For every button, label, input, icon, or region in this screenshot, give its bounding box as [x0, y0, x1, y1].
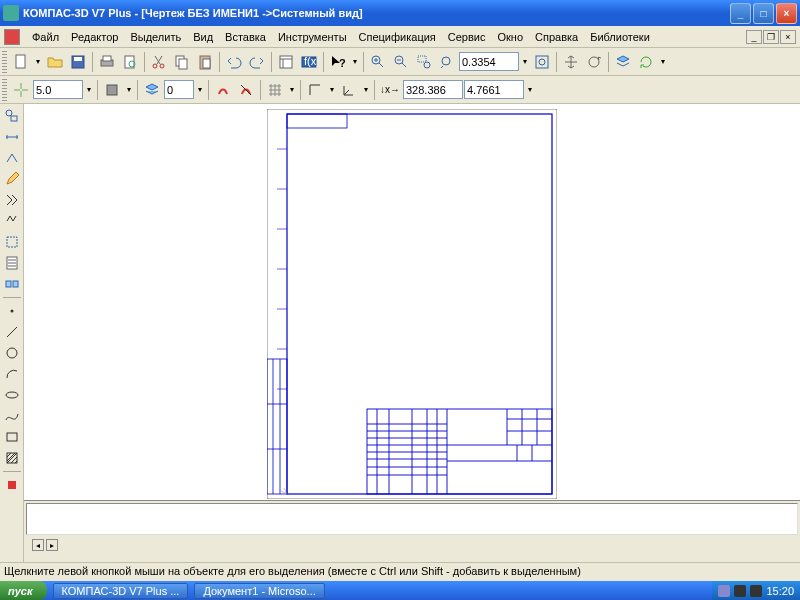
- menu-select[interactable]: Выделить: [124, 29, 187, 45]
- rotate-button[interactable]: [583, 51, 605, 73]
- maximize-button[interactable]: □: [753, 3, 774, 24]
- step-dropdown[interactable]: ▾: [84, 85, 94, 94]
- zoom-dropdown[interactable]: ▾: [520, 57, 530, 66]
- tab-scroll-left[interactable]: ◂: [32, 539, 44, 551]
- tray-icon[interactable]: [718, 585, 730, 597]
- style-input[interactable]: [164, 80, 194, 99]
- grid-dropdown[interactable]: ▾: [287, 85, 297, 94]
- spline-tool-icon[interactable]: [2, 406, 22, 426]
- clock: 15:20: [766, 585, 794, 597]
- start-button[interactable]: пуск: [0, 581, 47, 600]
- state-button[interactable]: [101, 79, 123, 101]
- paste-button[interactable]: [194, 51, 216, 73]
- spec-icon[interactable]: [2, 253, 22, 273]
- menu-insert[interactable]: Вставка: [219, 29, 272, 45]
- mdi-minimize[interactable]: _: [746, 30, 762, 44]
- arc-tool-icon[interactable]: [2, 364, 22, 384]
- params-icon[interactable]: [2, 190, 22, 210]
- print-button[interactable]: [96, 51, 118, 73]
- menu-window[interactable]: Окно: [491, 29, 529, 45]
- canvas[interactable]: [24, 104, 800, 500]
- menu-tools[interactable]: Инструменты: [272, 29, 353, 45]
- menu-help[interactable]: Справка: [529, 29, 584, 45]
- svg-point-34: [6, 392, 18, 398]
- ortho-dropdown[interactable]: ▾: [327, 85, 337, 94]
- help-cursor-button[interactable]: ?: [327, 51, 349, 73]
- rect-tool-icon[interactable]: [2, 427, 22, 447]
- osnap-off-button[interactable]: [235, 79, 257, 101]
- taskbar-item-word[interactable]: Документ1 - Microso...: [194, 583, 324, 599]
- open-button[interactable]: [44, 51, 66, 73]
- variables-button[interactable]: f(x): [298, 51, 320, 73]
- property-panel[interactable]: [26, 503, 798, 535]
- grid-button[interactable]: [264, 79, 286, 101]
- local-cs-button[interactable]: [338, 79, 360, 101]
- zoom-in-button[interactable]: [367, 51, 389, 73]
- zoom-prev-button[interactable]: [436, 51, 458, 73]
- pan-button[interactable]: [560, 51, 582, 73]
- circle-tool-icon[interactable]: [2, 343, 22, 363]
- coordx-input[interactable]: [403, 80, 463, 99]
- doc-icon[interactable]: [4, 29, 20, 45]
- new-button[interactable]: [10, 51, 32, 73]
- local-cs-dropdown[interactable]: ▾: [361, 85, 371, 94]
- preview-button[interactable]: [119, 51, 141, 73]
- edit-icon[interactable]: [2, 169, 22, 189]
- step-input[interactable]: [33, 80, 83, 99]
- refresh-button[interactable]: [635, 51, 657, 73]
- hatch-tool-icon[interactable]: [2, 448, 22, 468]
- select-tools-icon[interactable]: [2, 232, 22, 252]
- mdi-close[interactable]: ×: [780, 30, 796, 44]
- system-tray[interactable]: 15:20: [712, 581, 800, 600]
- coordy-input[interactable]: [464, 80, 524, 99]
- line-tool-icon[interactable]: [2, 322, 22, 342]
- geometry-icon[interactable]: [2, 106, 22, 126]
- menu-edit[interactable]: Редактор: [65, 29, 124, 45]
- osnap-button[interactable]: [212, 79, 234, 101]
- zoom-window-button[interactable]: [413, 51, 435, 73]
- menu-file[interactable]: Файл: [26, 29, 65, 45]
- tray-icon[interactable]: [750, 585, 762, 597]
- measure-icon[interactable]: [2, 211, 22, 231]
- ortho-button[interactable]: [304, 79, 326, 101]
- refresh-dropdown[interactable]: ▾: [658, 57, 668, 66]
- taskbar-item-kompas[interactable]: КОМПАС-3D V7 Plus ...: [53, 583, 189, 599]
- stop-tool-icon[interactable]: [2, 475, 22, 495]
- minimize-button[interactable]: _: [730, 3, 751, 24]
- layers-button[interactable]: [612, 51, 634, 73]
- tray-icon[interactable]: [734, 585, 746, 597]
- coord-dropdown[interactable]: ▾: [525, 85, 535, 94]
- toolbar-left: [0, 104, 24, 562]
- tab-scroll-right[interactable]: ▸: [46, 539, 58, 551]
- notation-icon[interactable]: [2, 148, 22, 168]
- style-dropdown[interactable]: ▾: [195, 85, 205, 94]
- copy-button[interactable]: [171, 51, 193, 73]
- layer-mgr-button[interactable]: [141, 79, 163, 101]
- new-dropdown[interactable]: ▾: [33, 57, 43, 66]
- undo-button[interactable]: [223, 51, 245, 73]
- redo-button[interactable]: [246, 51, 268, 73]
- mdi-restore[interactable]: ❐: [763, 30, 779, 44]
- svg-rect-71: [267, 359, 287, 494]
- svg-text:?: ?: [339, 57, 346, 69]
- menu-lib[interactable]: Библиотеки: [584, 29, 656, 45]
- menu-service[interactable]: Сервис: [442, 29, 492, 45]
- manager-button[interactable]: [275, 51, 297, 73]
- toolbar-grip-2[interactable]: [2, 79, 7, 101]
- close-button[interactable]: ×: [776, 3, 797, 24]
- help-dropdown[interactable]: ▾: [350, 57, 360, 66]
- toolbar-grip[interactable]: [2, 51, 7, 73]
- zoom-out-button[interactable]: [390, 51, 412, 73]
- cut-button[interactable]: [148, 51, 170, 73]
- ellipse-tool-icon[interactable]: [2, 385, 22, 405]
- point-tool-icon[interactable]: [2, 301, 22, 321]
- zoom-input[interactable]: [459, 52, 519, 71]
- dimensions-icon[interactable]: [2, 127, 22, 147]
- assoc-icon[interactable]: [2, 274, 22, 294]
- state-dropdown[interactable]: ▾: [124, 85, 134, 94]
- menu-view[interactable]: Вид: [187, 29, 219, 45]
- menu-spec[interactable]: Спецификация: [353, 29, 442, 45]
- zoom-fit-button[interactable]: [531, 51, 553, 73]
- snap-button[interactable]: [10, 79, 32, 101]
- save-button[interactable]: [67, 51, 89, 73]
